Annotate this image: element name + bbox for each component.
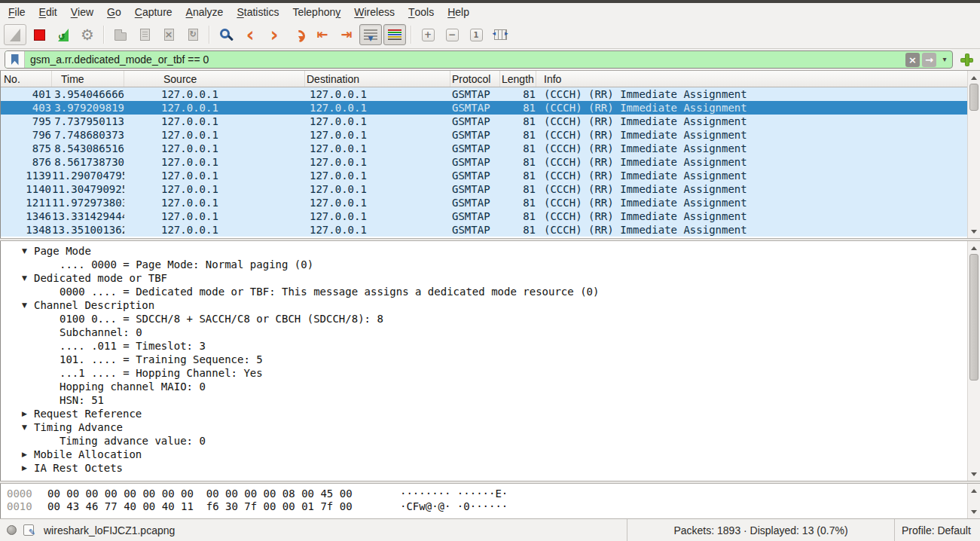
display-filter-input[interactable] (25, 53, 905, 66)
add-filter-button[interactable] (958, 51, 975, 69)
detail-line[interactable]: .... .011 = Timeslot: 3 (1, 339, 980, 353)
packet-row[interactable]: 401 3.954046666 127.0.0.1 127.0.0.1 GSMT… (1, 87, 980, 101)
scroll-thumb[interactable] (969, 254, 978, 381)
packet-row[interactable]: 1139 11.290704795 127.0.0.1 127.0.0.1 GS… (1, 169, 980, 182)
menu-item-statistics[interactable]: Statistics (230, 3, 285, 21)
resize-columns-button[interactable] (489, 24, 511, 45)
packet-row[interactable]: 1346 13.331429444 127.0.0.1 127.0.0.1 GS… (1, 209, 980, 223)
detail-line[interactable]: ▼ Timing Advance (1, 420, 980, 434)
detail-line[interactable]: Timing advance value: 0 (1, 434, 980, 448)
expander-icon[interactable] (47, 434, 60, 448)
expander-icon[interactable] (47, 312, 60, 326)
menu-item-view[interactable]: View (64, 3, 100, 21)
expander-icon[interactable]: ▶ (22, 448, 34, 461)
packet-row[interactable]: 1348 13.351001362 127.0.0.1 127.0.0.1 GS… (1, 223, 980, 237)
expander-icon[interactable]: ▶ (22, 407, 34, 420)
restart-capture-button[interactable] (52, 24, 75, 45)
expander-icon[interactable] (47, 393, 60, 407)
detail-line[interactable]: .... 0000 = Page Mode: Normal paging (0) (1, 258, 980, 271)
expert-info-icon[interactable] (7, 525, 17, 535)
details-scrollbar[interactable] (967, 241, 980, 481)
menu-item-edit[interactable]: Edit (32, 3, 64, 21)
expander-icon[interactable]: ▼ (22, 244, 34, 258)
filter-clear-button[interactable]: × (905, 53, 920, 67)
column-header-source[interactable]: Source (124, 71, 305, 87)
detail-line[interactable]: Subchannel: 0 (1, 326, 980, 339)
scroll-down-button[interactable] (968, 506, 980, 518)
filter-bookmark-button[interactable] (5, 51, 25, 68)
column-header-no[interactable]: No. (1, 71, 52, 87)
expander-icon[interactable] (47, 326, 60, 339)
zoom-in-button[interactable] (417, 24, 439, 45)
column-header-length[interactable]: Length (500, 71, 536, 87)
expander-icon[interactable] (47, 339, 60, 353)
detail-line[interactable]: ▼ Dedicated mode or TBF (1, 271, 980, 285)
menu-item-telephony[interactable]: Telephony (285, 3, 347, 21)
detail-line[interactable]: ▶ IA Rest Octets (1, 461, 980, 475)
detail-line[interactable]: Hopping channel MAIO: 0 (1, 380, 980, 393)
colorize-toggle-button[interactable] (383, 24, 406, 45)
expander-icon[interactable]: ▼ (22, 271, 34, 285)
profile-selector[interactable]: Profile: Default (894, 519, 980, 541)
packet-row[interactable]: 1211 11.972973803 127.0.0.1 127.0.0.1 GS… (1, 196, 980, 209)
expander-icon[interactable] (47, 380, 60, 393)
detail-line[interactable]: 101. .... = Training Sequence: 5 (1, 353, 980, 366)
expander-icon[interactable] (47, 353, 60, 366)
scroll-down-button[interactable] (968, 468, 980, 480)
packet-row[interactable]: 1140 11.304790925 127.0.0.1 127.0.0.1 GS… (1, 182, 980, 196)
scroll-up-button[interactable] (968, 484, 980, 497)
expander-icon[interactable]: ▼ (22, 420, 34, 434)
packet-row[interactable]: 403 3.979209819 127.0.0.1 127.0.0.1 GSMT… (1, 101, 980, 115)
detail-line[interactable]: ▶ Mobile Allocation (1, 448, 980, 461)
column-header-time[interactable]: Time (52, 71, 124, 87)
expander-icon[interactable]: ▼ (22, 298, 34, 312)
packet-row[interactable]: 875 8.543086516 127.0.0.1 127.0.0.1 GSMT… (1, 142, 980, 155)
previous-packet-button[interactable] (239, 24, 261, 45)
detail-line[interactable]: ...1 .... = Hopping Channel: Yes (1, 366, 980, 380)
stop-capture-button[interactable] (28, 24, 50, 45)
column-header-destination[interactable]: Destination (305, 71, 450, 87)
hex-row[interactable]: 000000 00 00 00 00 00 00 00 00 00 00 00 … (7, 488, 980, 500)
first-packet-button[interactable] (311, 24, 334, 45)
filter-dropdown-caret[interactable]: ▾ (939, 56, 951, 63)
packet-row[interactable]: 796 7.748680373 127.0.0.1 127.0.0.1 GSMT… (1, 128, 980, 142)
scroll-down-button[interactable] (968, 225, 980, 237)
expander-icon[interactable] (47, 366, 60, 380)
expander-icon[interactable] (47, 285, 60, 298)
expander-icon[interactable]: ▶ (22, 461, 34, 475)
detail-line[interactable]: ▶ Request Reference (1, 407, 980, 420)
autoscroll-toggle-button[interactable] (359, 24, 382, 45)
packet-row[interactable]: 876 8.561738730 127.0.0.1 127.0.0.1 GSMT… (1, 155, 980, 169)
scroll-thumb[interactable] (969, 84, 978, 111)
hex-scrollbar[interactable] (967, 484, 980, 518)
detail-line[interactable]: ▼ Page Mode (1, 244, 980, 258)
last-packet-button[interactable] (335, 24, 358, 45)
column-header-info[interactable]: Info (536, 71, 967, 87)
detail-line[interactable]: 0100 0... = SDCCH/8 + SACCH/C8 or CBCH (… (1, 312, 980, 326)
next-packet-button[interactable] (263, 24, 285, 45)
menu-item-capture[interactable]: Capture (128, 3, 179, 21)
detail-line[interactable]: 0000 .... = Dedicated mode or TBF: This … (1, 285, 980, 298)
zoom-100-button[interactable] (465, 24, 487, 45)
menu-item-help[interactable]: Help (441, 3, 476, 21)
packet-row[interactable]: 795 7.737950113 127.0.0.1 127.0.0.1 GSMT… (1, 115, 980, 128)
start-capture-button[interactable] (4, 24, 26, 45)
column-header-protocol[interactable]: Protocol (450, 71, 500, 87)
expander-icon[interactable] (47, 258, 60, 271)
menu-item-analyze[interactable]: Analyze (179, 3, 230, 21)
menu-item-tools[interactable]: Tools (401, 3, 441, 21)
zoom-out-button[interactable] (441, 24, 463, 45)
detail-line[interactable]: HSN: 51 (1, 393, 980, 407)
filter-apply-button[interactable]: → (922, 53, 936, 67)
detail-line[interactable]: ▼ Channel Description (1, 298, 980, 312)
menu-item-wireless[interactable]: Wireless (347, 3, 401, 21)
scroll-up-button[interactable] (968, 242, 980, 254)
hex-row[interactable]: 001000 43 46 77 40 00 40 11 f6 30 7f 00 … (7, 500, 980, 513)
menu-item-go[interactable]: Go (100, 3, 128, 21)
packet-list-scrollbar[interactable] (967, 71, 980, 238)
menu-item-file[interactable]: File (2, 3, 32, 21)
scroll-up-button[interactable] (968, 72, 980, 84)
goto-packet-button[interactable] (287, 24, 310, 45)
find-packet-button[interactable] (215, 24, 237, 45)
capture-options-button[interactable] (76, 24, 99, 45)
